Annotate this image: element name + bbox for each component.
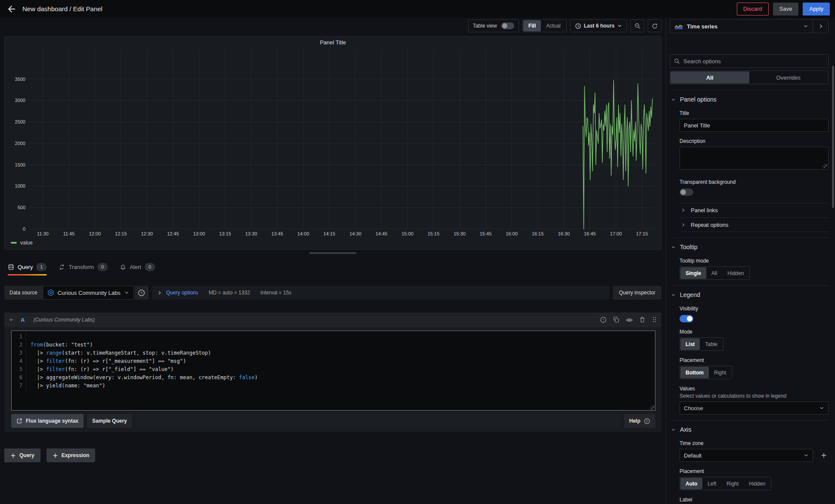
search-options-input[interactable] (683, 58, 824, 65)
axis-placement-left[interactable]: Left (702, 478, 721, 489)
legend-placement-right[interactable]: Right (709, 367, 731, 378)
help-icon[interactable]: ? (600, 316, 607, 324)
flux-code-editor[interactable]: 1234567 from(bucket: "test") |> range(st… (11, 331, 655, 411)
view-mode-actual[interactable]: Actual (541, 20, 565, 31)
chevron-down-icon[interactable] (9, 317, 14, 322)
add-query-label: Query (19, 452, 34, 458)
code-line: |> aggregateWindow(every: v.windowPeriod… (31, 374, 655, 382)
add-actions: Query Expression (4, 448, 661, 462)
panel-title-input[interactable] (680, 119, 829, 132)
zoom-out-button[interactable] (630, 19, 644, 32)
legend-swatch (11, 242, 17, 244)
svg-text:11:30: 11:30 (37, 231, 49, 236)
query-options-link[interactable]: Query options (166, 290, 199, 296)
legend-mode-list[interactable]: List (680, 338, 700, 350)
legend-values-select[interactable]: Choose (680, 402, 829, 414)
options-filter-all[interactable]: All (670, 71, 749, 83)
svg-text:13:00: 13:00 (193, 231, 205, 236)
table-view-toggle[interactable] (501, 22, 514, 29)
tab-alert[interactable]: Alert 0 (120, 262, 155, 275)
tab-transform-count: 0 (97, 263, 108, 271)
duplicate-icon[interactable] (613, 316, 620, 324)
query-row-header[interactable]: A (Curious Community Labs) ? (4, 312, 661, 327)
sample-query-button[interactable]: Sample Query (87, 414, 132, 428)
svg-text:15:45: 15:45 (480, 231, 492, 236)
chevron-right-icon[interactable] (157, 291, 162, 295)
back-button[interactable] (5, 3, 18, 15)
description-textarea[interactable] (680, 147, 829, 170)
repeat-options-row[interactable]: Repeat options (680, 217, 829, 232)
help-label: Help (629, 418, 640, 424)
timezone-select[interactable]: Default (680, 449, 813, 462)
code-content[interactable]: from(bucket: "test") |> range(start: v.t… (26, 331, 655, 390)
svg-text:1000: 1000 (15, 183, 25, 189)
panel-title[interactable]: Panel Title (5, 37, 661, 46)
table-view-group: Table view (468, 19, 519, 32)
axis-placement-right[interactable]: Right (721, 478, 744, 489)
tooltip-mode-hidden[interactable]: Hidden (722, 267, 749, 279)
editor-resize-handle[interactable] (650, 405, 655, 410)
svg-text:2500: 2500 (15, 119, 25, 124)
add-query-button[interactable]: Query (4, 448, 40, 462)
svg-text:13:30: 13:30 (245, 231, 258, 236)
time-range-picker[interactable]: Last 6 hours (570, 19, 627, 32)
flux-syntax-link[interactable]: Flux language syntax (11, 414, 84, 428)
tooltip-mode-single[interactable]: Single (680, 267, 706, 279)
external-link-icon (16, 418, 22, 424)
chevron-down-icon (803, 24, 808, 29)
tooltip-header[interactable]: Tooltip (670, 238, 829, 251)
options-search (670, 54, 829, 68)
legend-visibility-toggle[interactable] (680, 315, 693, 322)
add-expression-button[interactable]: Expression (47, 448, 96, 462)
svg-text:17:15: 17:15 (636, 231, 648, 236)
datasource-picker[interactable]: Curious Community Labs (43, 286, 134, 300)
legend-placement-bottom[interactable]: Bottom (680, 367, 709, 378)
fill-actual-switch: FillActual (522, 19, 567, 32)
legend-header[interactable]: Legend (670, 286, 829, 299)
query-ref-id[interactable]: A (21, 317, 25, 323)
legend-mode-label: Mode (680, 329, 829, 335)
code-line: from(bucket: "test") (31, 341, 655, 349)
svg-text:15:15: 15:15 (428, 231, 440, 236)
legend-mode-table[interactable]: Table (700, 338, 723, 350)
panel-links-row[interactable]: Panel links (680, 203, 829, 217)
collapse-options-button[interactable] (813, 20, 828, 33)
view-mode-fill[interactable]: Fill (523, 20, 541, 31)
footer-spacer (136, 414, 621, 428)
tab-transform[interactable]: Transform 0 (59, 262, 108, 275)
transparent-background-toggle[interactable] (680, 189, 693, 196)
datasource-help-button[interactable]: ? (135, 286, 149, 300)
time-series-chart[interactable]: 050010001500200025003000350011:3011:4512… (8, 46, 658, 240)
apply-button[interactable]: Apply (803, 3, 830, 15)
refresh-button[interactable] (648, 19, 661, 32)
panel-options-header[interactable]: Panel options (670, 91, 829, 104)
topbar: New dashboard / Edit Panel Discard Save … (0, 0, 835, 18)
axis-placement-auto[interactable]: Auto (680, 478, 702, 489)
save-button[interactable]: Save (773, 3, 799, 15)
help-button[interactable]: Help (624, 414, 655, 428)
visualization-select[interactable]: Time series (670, 20, 813, 33)
svg-text:?: ? (602, 318, 605, 322)
axis-header[interactable]: Axis (670, 421, 829, 434)
options-filter-overrides[interactable]: Overrides (749, 71, 828, 83)
axis-placement-hidden[interactable]: Hidden (744, 478, 770, 489)
tab-query[interactable]: Query 1 (8, 262, 47, 275)
svg-text:500: 500 (18, 205, 25, 210)
pane-resize-handle[interactable] (309, 252, 357, 254)
add-timezone-button[interactable] (819, 451, 829, 460)
query-inspector-button[interactable]: Query inspector (613, 286, 661, 300)
hide-response-eye-icon[interactable] (626, 316, 633, 324)
legend-series-label[interactable]: value (20, 240, 33, 246)
legend-placement-switch: BottomRight (680, 366, 732, 379)
tooltip-mode-all[interactable]: All (706, 267, 722, 279)
discard-button[interactable]: Discard (737, 3, 769, 15)
code-line (31, 333, 655, 341)
repeat-options-label: Repeat options (691, 222, 728, 228)
trash-icon[interactable] (639, 316, 646, 324)
sidebar-scrollbar[interactable] (832, 66, 834, 208)
chart-legend: value (11, 240, 661, 246)
chevron-down-icon (617, 23, 622, 28)
query-editor-card: A (Curious Community Labs) ? 1234567 fro… (4, 312, 661, 432)
svg-text:0: 0 (23, 226, 25, 232)
drag-handle-icon[interactable] (652, 316, 657, 324)
